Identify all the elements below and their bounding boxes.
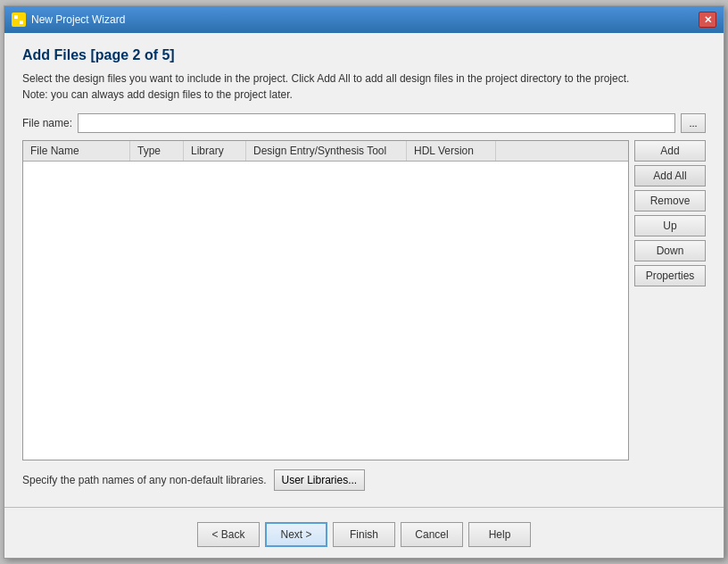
bottom-note-text: Specify the path names of any non-defaul… [22,474,267,486]
file-name-input[interactable] [78,113,675,133]
svg-rect-3 [20,21,23,24]
file-name-row: File name: ... [22,113,706,133]
next-button[interactable]: Next > [265,522,327,547]
separator [4,507,724,508]
window-title: New Project Wizard [31,13,125,26]
page-title: Add Files [page 2 of 5] [22,47,706,63]
properties-button[interactable]: Properties [634,265,706,286]
app-icon [12,12,26,27]
up-button[interactable]: Up [634,215,706,236]
finish-button[interactable]: Finish [333,522,395,547]
col-header-library: Library [184,141,246,161]
svg-rect-0 [14,15,18,19]
footer: < Back Next > Finish Cancel Help [4,515,724,558]
svg-rect-2 [14,21,18,24]
main-area: File Name Type Library Design Entry/Synt… [22,140,706,460]
title-bar-left: New Project Wizard [12,12,125,27]
file-name-label: File name: [22,117,72,129]
files-table: File Name Type Library Design Entry/Synt… [22,140,629,460]
side-buttons: Add Add All Remove Up Down Properties [634,140,706,460]
col-header-type: Type [130,141,184,161]
user-libraries-button[interactable]: User Libraries... [274,469,366,491]
main-window: New Project Wizard ✕ Add Files [page 2 o… [4,5,724,559]
bottom-note: Specify the path names of any non-defaul… [22,469,706,491]
title-bar: New Project Wizard ✕ [4,6,724,33]
svg-rect-1 [20,15,23,19]
col-header-hdl: HDL Version [407,141,496,161]
col-header-design: Design Entry/Synthesis Tool [246,141,407,161]
cancel-button[interactable]: Cancel [401,522,463,547]
add-all-button[interactable]: Add All [634,165,706,187]
col-header-filename: File Name [23,141,130,161]
add-button[interactable]: Add [634,140,706,162]
remove-button[interactable]: Remove [634,190,706,212]
browse-button[interactable]: ... [681,113,706,133]
close-button[interactable]: ✕ [699,12,716,28]
table-body [23,162,628,460]
description: Select the design files you want to incl… [22,70,706,103]
help-button[interactable]: Help [468,522,531,547]
down-button[interactable]: Down [634,240,706,261]
back-button[interactable]: < Back [197,522,260,547]
table-header: File Name Type Library Design Entry/Synt… [23,141,628,162]
content-area: Add Files [page 2 of 5] Select the desig… [4,33,724,500]
